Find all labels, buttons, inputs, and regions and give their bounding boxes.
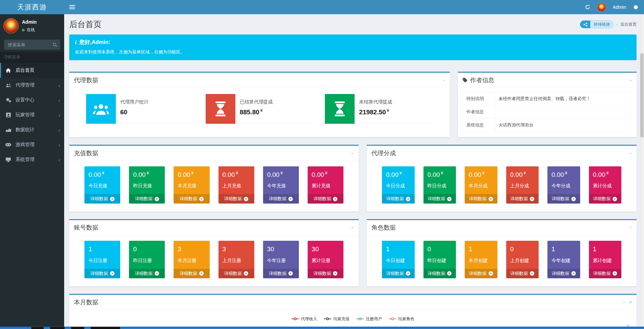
tile-detail-link[interactable]: 详细数据 bbox=[174, 194, 209, 204]
collapse-icon[interactable] bbox=[629, 225, 632, 230]
taskbar-item[interactable] bbox=[31, 327, 44, 329]
search-icon[interactable] bbox=[53, 43, 57, 47]
tile-detail-link[interactable]: 详细数据 bbox=[589, 194, 622, 204]
sidebar-toggle-button[interactable] bbox=[64, 0, 80, 14]
tile-detail-link[interactable]: 详细数据 bbox=[589, 269, 622, 278]
panel-role-data: 角色数据 1今日创建 详细数据 0昨日创建 详细数据 1本月创建 详细数据 0上… bbox=[367, 219, 637, 286]
collapse-icon[interactable] bbox=[351, 151, 354, 156]
page-scrollbar-thumb[interactable] bbox=[640, 53, 644, 138]
panel-account-data: 账号数据 1今日注册 详细数据 0昨日注册 详细数据 3本月注册 详细数据 3上… bbox=[69, 219, 359, 286]
tile-detail-link[interactable]: 详细数据 bbox=[84, 194, 120, 204]
row-value bbox=[495, 105, 632, 119]
legend-marker-icon bbox=[389, 319, 396, 319]
brand-logo[interactable]: 天涯西游 bbox=[0, 0, 64, 14]
legend-marker-icon bbox=[291, 319, 299, 319]
collapse-icon[interactable] bbox=[622, 300, 625, 305]
tile-value: 0.00¥ bbox=[469, 171, 493, 179]
taskbar-item[interactable] bbox=[91, 327, 120, 329]
chevron-left-icon bbox=[58, 97, 60, 103]
chevron-left-icon bbox=[58, 83, 60, 88]
legend-item[interactable]: 注册用户 bbox=[356, 316, 382, 322]
tile-label: 昨日分成 bbox=[428, 183, 452, 189]
collapse-icon[interactable] bbox=[351, 225, 354, 230]
collapse-icon[interactable] bbox=[629, 78, 632, 83]
navbar-avatar[interactable] bbox=[597, 3, 606, 11]
navbar-username[interactable]: Admin bbox=[613, 4, 626, 10]
tile-detail-link[interactable]: 详细数据 bbox=[308, 269, 343, 278]
sidebar-item-statistics[interactable]: 数据统计 bbox=[0, 122, 64, 137]
legend-label: 玩家角色 bbox=[398, 316, 414, 322]
tile-detail-link[interactable]: 详细数据 bbox=[308, 194, 343, 204]
tile-detail-link[interactable]: 详细数据 bbox=[423, 194, 456, 204]
sidebar-item-system[interactable]: 系统管理 bbox=[0, 152, 64, 167]
legend-item[interactable]: 代理收入 bbox=[291, 316, 317, 322]
tile-detail-link[interactable]: 详细数据 bbox=[218, 269, 254, 278]
stat-tile: 0.00¥上月充值 详细数据 bbox=[218, 166, 254, 204]
tile-detail-link[interactable]: 详细数据 bbox=[506, 194, 539, 204]
stat-tile: 0.00¥今日分成 详细数据 bbox=[382, 166, 415, 204]
page-title: 后台首页 bbox=[69, 19, 102, 30]
tile-label: 上月创建 bbox=[510, 258, 535, 264]
tile-label: 今日充值 bbox=[88, 183, 116, 189]
tile-detail-link[interactable]: 详细数据 bbox=[382, 194, 415, 204]
stat-tile: 1本月创建 详细数据 bbox=[465, 241, 497, 278]
tile-detail-link[interactable]: 详细数据 bbox=[129, 269, 165, 278]
tile-detail-link[interactable]: 详细数据 bbox=[263, 269, 299, 278]
collapse-icon[interactable] bbox=[629, 151, 632, 156]
tile-value: 0.00¥ bbox=[593, 171, 618, 179]
tile-detail-link[interactable]: 详细数据 bbox=[547, 269, 580, 278]
stat-tile: 0.00¥上月分成 详细数据 bbox=[506, 166, 539, 204]
tile-detail-link[interactable]: 详细数据 bbox=[423, 269, 456, 278]
close-icon[interactable] bbox=[629, 300, 632, 305]
taskbar-item[interactable] bbox=[50, 327, 65, 329]
tile-detail-link[interactable]: 详细数据 bbox=[263, 194, 299, 204]
sidebar-item-label: 玩家管理 bbox=[16, 112, 34, 118]
tile-label: 累计创建 bbox=[593, 258, 618, 264]
page-scrollbar-track[interactable] bbox=[640, 14, 644, 329]
legend-label: 注册用户 bbox=[366, 316, 382, 322]
tile-detail-link[interactable]: 详细数据 bbox=[506, 269, 539, 278]
sidebar-item-settings[interactable]: 设置中心 bbox=[0, 93, 64, 108]
sidebar-item-agents[interactable]: 代理管理 bbox=[0, 78, 64, 93]
legend-item[interactable]: 玩家角色 bbox=[389, 316, 414, 322]
tile-detail-link[interactable]: 详细数据 bbox=[218, 194, 254, 204]
tile-detail-link[interactable]: 详细数据 bbox=[382, 269, 415, 278]
tile-detail-link[interactable]: 详细数据 bbox=[129, 194, 165, 204]
panel-title: 充值数据 bbox=[74, 149, 98, 157]
tile-value: 0 bbox=[133, 245, 161, 253]
stat-value: 21982.50¥ bbox=[359, 108, 433, 116]
sidebar-item-label: 代理管理 bbox=[16, 82, 34, 88]
stat-label: 代理用户统计 bbox=[120, 99, 149, 104]
sidebar-status[interactable]: 在线 bbox=[22, 27, 37, 33]
arrow-circle-right-icon bbox=[530, 197, 534, 201]
extension-badge[interactable]: 秒传链接 bbox=[580, 20, 614, 28]
sidebar-item-games[interactable]: 游戏管理 bbox=[0, 137, 64, 152]
menu-search-input[interactable] bbox=[8, 42, 53, 47]
tile-value: 0.00¥ bbox=[510, 171, 535, 179]
sidebar-avatar[interactable] bbox=[3, 18, 19, 33]
stat-tile: 3本月注册 详细数据 bbox=[174, 241, 209, 278]
tile-value: 0.00¥ bbox=[178, 171, 205, 179]
sidebar-item-players[interactable]: 玩家管理 bbox=[0, 108, 64, 122]
home-icon bbox=[5, 68, 11, 73]
tile-detail-link[interactable]: 详细数据 bbox=[465, 269, 497, 278]
tile-value: 0.00¥ bbox=[428, 171, 452, 179]
panel-title: 账号数据 bbox=[74, 224, 98, 232]
row-label: 系统信息 bbox=[463, 119, 495, 132]
stat-unsettled-commission: 未结算代理提成 21982.50¥ bbox=[325, 94, 433, 124]
sidebar-item-home[interactable]: 后台首页 bbox=[0, 63, 64, 78]
collapse-icon[interactable] bbox=[442, 78, 445, 83]
breadcrumb-current[interactable]: 后台首页 bbox=[620, 22, 637, 27]
refresh-icon[interactable] bbox=[585, 4, 590, 10]
panel-commission-data: 代理分成 0.00¥今日分成 详细数据 0.00¥昨日分成 详细数据 0.00¥… bbox=[367, 145, 637, 212]
gears-icon[interactable] bbox=[633, 4, 639, 10]
tile-detail-link[interactable]: 详细数据 bbox=[547, 194, 580, 204]
tile-detail-link[interactable]: 详细数据 bbox=[465, 194, 497, 204]
arrow-circle-right-icon bbox=[406, 197, 410, 201]
legend-item[interactable]: 玩家充值 bbox=[324, 316, 350, 322]
arrow-circle-right-icon bbox=[199, 271, 204, 276]
table-row: 系统信息 大话西游代理后台 bbox=[463, 119, 632, 132]
tile-detail-link[interactable]: 详细数据 bbox=[84, 269, 120, 278]
taskbar-item[interactable] bbox=[71, 327, 84, 329]
tile-detail-link[interactable]: 详细数据 bbox=[174, 269, 209, 278]
